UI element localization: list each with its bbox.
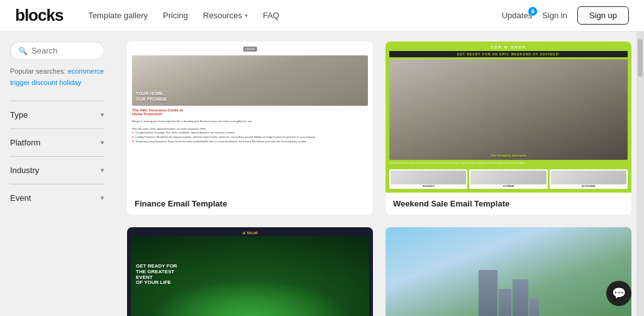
header-right: Updates 8 Sign in Sign up <box>502 6 629 25</box>
updates-badge: 8 <box>528 7 537 16</box>
weekend-sale-label: Weekend Sale Email Template <box>386 193 631 215</box>
template-card-realestate[interactable]: 📍 Residence Vista Veranda & Cozy Corner … <box>386 227 631 316</box>
re-buildings <box>479 270 539 316</box>
nav-updates[interactable]: Updates 8 <box>502 11 532 20</box>
realestate-thumbnail: 📍 Residence Vista Veranda & Cozy Corner <box>386 227 631 316</box>
nav-resources[interactable]: Resources ▾ <box>203 11 248 20</box>
template-card-weekend-sale[interactable]: TOP·N·SHOP GET READY FOR AN EPIC WEEKEND… <box>386 42 631 215</box>
re-hero-image <box>386 227 631 316</box>
solar-thumbnail: ⚡ SOLAR GET READY FOR THE GREATEST EVENT… <box>127 227 373 316</box>
templates-content: DROP YOUR HOME,OUR PROMISE The ABC Insur… <box>114 31 644 316</box>
search-icon: 🔍 <box>18 47 28 55</box>
ws-header-text: TOP·N·SHOP <box>389 45 628 49</box>
re-building-3 <box>513 279 528 316</box>
popular-trigger[interactable]: trigger <box>10 79 30 86</box>
ws-body-text: Our Weekend Sale is here, and you're inv… <box>389 162 628 166</box>
finance-list-item-2: 2. Liability Protection: Accidents can h… <box>132 135 368 138</box>
nav-pricing[interactable]: Pricing <box>163 11 188 20</box>
sidebar: 🔍 Popular searches: ecommerce trigger di… <box>0 31 114 316</box>
ws-product-img-footwear <box>470 171 546 184</box>
nav-template-gallery[interactable]: Template gallery <box>88 11 148 20</box>
ws-tagline-text: Jaw-dropping discounts <box>389 154 628 157</box>
finance-label: Finance Email Template <box>127 193 373 215</box>
search-box[interactable]: 🔍 <box>10 42 104 60</box>
finance-list-item-3: 3. Temporary Living Expenses: If your ho… <box>132 140 368 143</box>
header: blocks Template gallery Pricing Resource… <box>0 0 644 31</box>
ws-product-img-tracksuits <box>391 171 466 184</box>
finance-subheading: The ABC Insurance Guide toHome Protectio… <box>132 108 368 116</box>
chevron-down-icon: ▾ <box>101 111 104 119</box>
logo[interactable]: blocks <box>15 6 63 25</box>
filter-platform: Platform ▾ <box>10 128 104 156</box>
solar-headline-text: GET READY FOR THE GREATEST EVENT OF YOUR… <box>136 264 177 286</box>
filter-industry-toggle[interactable]: Industry ▾ <box>10 166 104 175</box>
finance-hero-text: YOUR HOME,OUR PROMISE <box>136 91 167 102</box>
chevron-down-icon: ▾ <box>245 12 248 19</box>
popular-searches: Popular searches: ecommerce trigger disc… <box>10 66 104 88</box>
ws-product-img-accessories <box>551 171 626 184</box>
scrollbar-thumb <box>638 39 643 77</box>
re-building-1 <box>479 270 497 316</box>
popular-ecommerce[interactable]: ecommerce <box>68 67 104 75</box>
finance-thumbnail: DROP YOUR HOME,OUR PROMISE The ABC Insur… <box>127 42 373 193</box>
solar-aerial-image: GET READY FOR THE GREATEST EVENT OF YOUR… <box>131 236 369 316</box>
main-layout: 🔍 Popular searches: ecommerce trigger di… <box>0 31 644 316</box>
re-building-4 <box>530 298 539 316</box>
popular-discount[interactable]: discount <box>31 79 57 86</box>
finance-hero-image: YOUR HOME,OUR PROMISE <box>132 55 368 106</box>
search-input[interactable] <box>31 46 107 55</box>
drop-badge: DROP <box>243 47 257 52</box>
filter-event-toggle[interactable]: Event ▾ <box>10 193 104 203</box>
ws-products-row: TRACKSUITS FOOTWEAR ACCESSORIES <box>389 169 628 189</box>
chevron-down-icon: ▾ <box>101 138 104 147</box>
filter-type-toggle[interactable]: Type ▾ <box>10 110 104 120</box>
page-scrollbar[interactable] <box>636 31 644 316</box>
chat-icon: 💬 <box>612 286 626 300</box>
chevron-down-icon: ▾ <box>101 194 104 202</box>
ws-product-accessories: ACCESSORIES <box>550 169 628 189</box>
signin-button[interactable]: Sign in <box>542 11 567 20</box>
chevron-down-icon: ▾ <box>101 166 104 174</box>
filter-type: Type ▾ <box>10 101 104 128</box>
filter-industry: Industry ▾ <box>10 156 104 184</box>
chat-bubble-button[interactable]: 💬 <box>606 281 631 306</box>
finance-body-text: We get it, insuring your home might feel… <box>132 120 368 131</box>
signup-button[interactable]: Sign up <box>577 6 629 25</box>
weekend-sale-thumbnail: TOP·N·SHOP GET READY FOR AN EPIC WEEKEND… <box>386 42 631 193</box>
finance-list-item-1: 1. Comprehensive Coverage: Fire, theft, … <box>132 131 368 134</box>
solar-logo: ⚡ SOLAR <box>131 231 369 235</box>
ws-product-footwear: FOOTWEAR <box>469 169 547 189</box>
template-card-solar[interactable]: ⚡ SOLAR GET READY FOR THE GREATEST EVENT… <box>127 227 373 316</box>
filter-platform-toggle[interactable]: Platform ▾ <box>10 138 104 147</box>
ws-product-tracksuits: TRACKSUITS <box>389 169 467 189</box>
popular-holiday[interactable]: holiday <box>59 79 81 86</box>
nav-faq[interactable]: FAQ <box>263 11 279 20</box>
re-building-2 <box>499 289 511 316</box>
templates-grid: DROP YOUR HOME,OUR PROMISE The ABC Insur… <box>127 42 631 316</box>
ws-hero-image: Jaw-dropping discounts <box>389 59 628 160</box>
filter-event: Event ▾ <box>10 184 104 212</box>
template-card-finance[interactable]: DROP YOUR HOME,OUR PROMISE The ABC Insur… <box>127 42 373 215</box>
ws-banner-text: GET READY FOR AN EPIC WEEKEND OF SAVINGS… <box>389 51 628 57</box>
nav: Template gallery Pricing Resources ▾ FAQ <box>88 11 501 20</box>
